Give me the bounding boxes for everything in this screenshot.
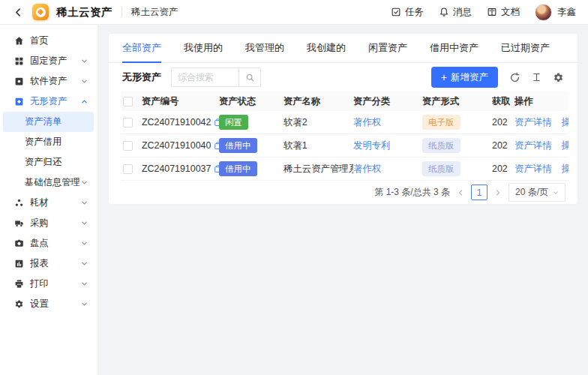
next-page-button[interactable] <box>494 189 502 196</box>
row-actions-menu[interactable]: 操作 <box>562 116 568 129</box>
sidebar-item-intangible-assets[interactable]: 无形资产 <box>0 92 98 112</box>
row-actions-menu[interactable]: 操作 <box>562 163 568 176</box>
fixed-assets-icon <box>14 56 24 66</box>
bell-icon <box>439 7 449 17</box>
sidebar-item-reports[interactable]: 报表 <box>0 254 98 274</box>
row-checkbox[interactable] <box>123 118 133 128</box>
sidebar-item-print[interactable]: 打印 <box>0 274 98 294</box>
messages-label: 消息 <box>453 6 472 19</box>
row-actions-menu[interactable]: 操作 <box>562 140 568 152</box>
sidebar: 首页 固定资产 软件资产 无形资产 资产清单 资产借用 资产归还 <box>0 25 98 375</box>
header-cell-category: 资产分类 <box>353 95 422 108</box>
page-size-select[interactable]: 20 条/页 <box>508 183 566 202</box>
asset-detail-link[interactable]: 资产详情 <box>514 116 552 129</box>
print-icon <box>14 279 24 289</box>
asset-detail-link[interactable]: 资产详情 <box>514 140 552 152</box>
tab-borrowed-assets[interactable]: 借用中资产 <box>430 34 478 63</box>
sidebar-item-settings[interactable]: 设置 <box>0 294 98 314</box>
tab-my-used[interactable]: 我使用的 <box>184 34 223 63</box>
sidebar-subitem-asset-borrow[interactable]: 资产借用 <box>3 132 94 152</box>
category-link[interactable]: 发明专利 <box>353 140 391 151</box>
acquire-value: 202 <box>492 164 510 174</box>
sidebar-subitem-asset-list[interactable]: 资产清单 <box>3 112 94 132</box>
filter-label: 无形资产 <box>122 70 161 84</box>
main-content: 全部资产 我使用的 我管理的 我创建的 闲置资产 借用中资产 已过期资产 无形资… <box>98 25 588 375</box>
row-checkbox[interactable] <box>123 141 133 151</box>
prev-page-button[interactable] <box>457 189 464 196</box>
sidebar-item-home[interactable]: 首页 <box>0 31 98 51</box>
chevron-down-icon <box>553 190 559 196</box>
header-cell-status: 资产状态 <box>219 95 284 108</box>
chevron-down-icon <box>81 58 88 64</box>
messages-button[interactable]: 消息 <box>439 6 472 19</box>
settings-gear-icon <box>14 299 24 309</box>
form-badge: 纸质版 <box>422 161 460 176</box>
tab-my-managed[interactable]: 我管理的 <box>245 34 284 63</box>
tab-idle-assets[interactable]: 闲置资产 <box>368 34 407 63</box>
pagination-summary: 第 1-3 条/总共 3 条 <box>374 186 450 199</box>
status-badge: 借用中 <box>219 138 257 152</box>
asset-table: 资产编号 资产状态 资产名称 资产分类 资产形式 获取 操作 ZC2407191… <box>121 92 568 181</box>
header-cell-checkbox <box>121 97 142 106</box>
search-button[interactable] <box>238 68 261 87</box>
chevron-down-icon <box>81 301 88 308</box>
chevron-left-icon <box>14 8 23 17</box>
sidebar-subitem-basic-info[interactable]: 基础信息管理 <box>3 172 94 193</box>
status-badge: 闲置 <box>219 115 248 129</box>
header-cell-code: 资产编号 <box>142 95 219 108</box>
header-cell-form: 资产形式 <box>422 95 492 108</box>
sidebar-item-consumables[interactable]: 耗材 <box>0 193 98 213</box>
form-badge: 电子版 <box>422 115 460 129</box>
category-link[interactable]: 著作权 <box>353 164 381 174</box>
sidebar-item-fixed-assets[interactable]: 固定资产 <box>0 51 98 71</box>
tasks-button[interactable]: 任务 <box>391 6 424 19</box>
refresh-icon[interactable] <box>509 72 520 83</box>
form-badge: 纸质版 <box>422 138 460 152</box>
search-group <box>171 68 261 87</box>
tab-my-created[interactable]: 我创建的 <box>307 34 346 63</box>
search-icon <box>245 73 255 82</box>
sidebar-item-software-assets[interactable]: 软件资产 <box>0 71 98 92</box>
sidebar-subitem-label: 资产归还 <box>25 156 88 169</box>
sidebar-item-procurement[interactable]: 采购 <box>0 213 98 233</box>
sidebar-item-label: 耗材 <box>30 196 81 209</box>
add-asset-button[interactable]: + 新增资产 <box>431 67 498 88</box>
sidebar-item-label: 固定资产 <box>30 55 81 68</box>
asset-detail-link[interactable]: 资产详情 <box>514 163 552 176</box>
back-button[interactable] <box>12 6 25 19</box>
app-title: 稀土云资产 <box>56 5 112 20</box>
table-row: ZC24071910042 闲置 软著2 著作权 电子版 202 资产详情 操作 <box>121 111 568 134</box>
tab-all-assets[interactable]: 全部资产 <box>122 34 161 63</box>
sidebar-item-stocktake[interactable]: 盘点 <box>0 233 98 254</box>
sidebar-item-label: 盘点 <box>30 237 81 250</box>
tab-expired-assets[interactable]: 已过期资产 <box>501 34 550 63</box>
user-menu[interactable]: 李鑫 <box>535 4 576 21</box>
status-badge: 借用中 <box>219 161 257 176</box>
pagination: 第 1-3 条/总共 3 条 1 20 条/页 <box>109 181 578 204</box>
documents-label: 文档 <box>501 6 520 19</box>
consumables-icon <box>14 198 24 208</box>
select-all-checkbox[interactable] <box>123 97 133 106</box>
chevron-down-icon <box>81 280 88 287</box>
asset-name: 稀土云资产管理系统 <box>284 163 353 176</box>
search-input[interactable] <box>171 68 238 87</box>
page-size-value: 20 条/页 <box>515 186 548 199</box>
category-link[interactable]: 著作权 <box>353 117 381 128</box>
page-number-button[interactable]: 1 <box>471 184 488 200</box>
software-assets-icon <box>14 76 24 86</box>
chevron-down-icon <box>81 78 88 85</box>
asset-name: 软著1 <box>284 140 353 152</box>
sidebar-subitem-asset-return[interactable]: 资产归还 <box>3 152 94 172</box>
chevron-down-icon <box>81 220 88 226</box>
header-cell-actions: 操作 <box>514 95 568 108</box>
density-icon[interactable] <box>532 72 542 82</box>
task-icon <box>391 7 401 17</box>
header-right: 任务 消息 文档 李鑫 <box>391 4 576 21</box>
home-icon <box>14 36 24 46</box>
sidebar-subitem-label: 资产借用 <box>25 136 88 148</box>
user-name: 李鑫 <box>557 6 576 19</box>
documents-button[interactable]: 文档 <box>487 6 520 19</box>
row-checkbox[interactable] <box>123 164 133 174</box>
sidebar-item-label: 无形资产 <box>30 95 81 108</box>
column-settings-gear-icon[interactable] <box>553 72 564 83</box>
